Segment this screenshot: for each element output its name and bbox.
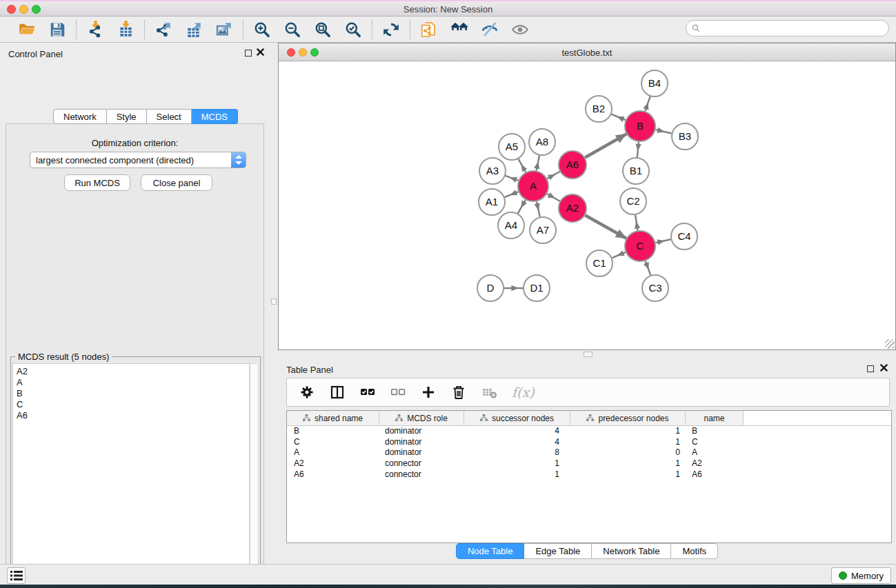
run-mcds-button[interactable]: Run MCDS — [64, 174, 130, 191]
table-toolbar: f(x) — [286, 378, 890, 407]
close-panel-icon[interactable] — [257, 48, 264, 56]
column-header-name[interactable]: name — [686, 411, 744, 425]
table-cell: B — [686, 426, 744, 437]
graph-node-label: A3 — [486, 165, 499, 176]
resize-grip-icon[interactable] — [885, 339, 895, 349]
new-network-from-selection-icon[interactable] — [419, 19, 439, 40]
network-window-title: testGlobe.txt — [279, 48, 895, 58]
network-canvas[interactable]: B4B2BB3A8A5A6A3B1AA1C2A2A4A7C4CC1C3DD1 — [279, 61, 895, 349]
splitter-grip-icon[interactable] — [271, 298, 277, 305]
column-header-label: MCDS role — [407, 414, 448, 423]
checkboxes-checked-icon[interactable] — [360, 385, 375, 400]
import-table-icon[interactable] — [115, 19, 136, 40]
tab-select[interactable]: Select — [147, 109, 192, 124]
float-panel-icon[interactable] — [867, 365, 874, 372]
mcds-result-item[interactable]: B — [17, 388, 249, 399]
column-header-shared-name[interactable]: shared name — [287, 411, 379, 425]
trash-icon[interactable] — [451, 385, 466, 400]
graph-node-label: A5 — [506, 141, 518, 152]
application-window: Session: New Session Control Panel Netwo… — [0, 0, 896, 588]
mcds-result-item[interactable]: A2 — [17, 366, 249, 377]
memory-status-icon — [839, 571, 847, 580]
table-row[interactable]: A2connector11A2 — [287, 458, 891, 469]
dropdown-stepper-icon — [231, 152, 246, 168]
splitter-grip-icon[interactable] — [584, 352, 593, 357]
refresh-icon[interactable] — [381, 19, 401, 40]
home-icon[interactable] — [449, 19, 470, 40]
close-panel-button[interactable]: Close panel — [141, 174, 212, 191]
search-box[interactable] — [686, 20, 889, 37]
graph-node-label: B2 — [593, 103, 605, 114]
graph-node-label: A4 — [505, 219, 517, 231]
close-panel-icon[interactable] — [880, 364, 888, 372]
tab-node-table[interactable]: Node Table — [456, 543, 525, 559]
optimization-criterion-dropdown[interactable]: largest connected component (directed) — [30, 152, 246, 168]
table-row[interactable]: Adominator80A — [287, 447, 891, 458]
graph-node-label: D — [487, 282, 495, 294]
result-scrollbar[interactable] — [250, 363, 259, 588]
table-type-tabs: Node TableEdge TableNetwork TableMotifs — [278, 543, 896, 559]
horizontal-splitter[interactable] — [278, 350, 896, 358]
graph-node-label: B3 — [679, 130, 691, 142]
memory-label: Memory — [851, 571, 884, 581]
desktop-background — [0, 585, 896, 588]
table-row[interactable]: Cdominator41C — [287, 437, 891, 448]
table-row[interactable]: A6connector11A6 — [287, 469, 891, 480]
export-table-icon[interactable] — [183, 19, 204, 40]
table-row[interactable]: Bdominator41B — [287, 426, 891, 437]
edge-arrowhead-icon — [548, 192, 555, 199]
column-header-label: predecessor nodes — [598, 414, 668, 423]
checkboxes-unchecked-icon[interactable] — [390, 385, 406, 400]
column-header-successor-nodes[interactable]: successor nodes — [464, 411, 570, 425]
export-image-icon[interactable] — [214, 19, 235, 40]
zoom-fit-icon[interactable] — [312, 19, 333, 40]
show-eye-icon[interactable] — [510, 19, 530, 40]
tab-mcds[interactable]: MCDS — [192, 109, 238, 124]
vertical-splitter[interactable] — [270, 43, 278, 564]
export-network-icon[interactable] — [153, 19, 174, 40]
table-header-row: shared nameMCDS rolesuccessor nodesprede… — [287, 411, 891, 426]
float-panel-icon[interactable] — [245, 50, 252, 57]
mcds-result-list[interactable]: A2ABCA6 — [12, 363, 250, 588]
fx-icon: f(x) — [512, 385, 535, 400]
mcds-result-item[interactable]: A — [17, 377, 249, 388]
gear-icon[interactable] — [299, 385, 315, 400]
mcds-result-item[interactable]: A6 — [17, 410, 249, 421]
mcds-result-item[interactable]: C — [17, 399, 249, 410]
zoom-selected-icon[interactable] — [343, 19, 364, 40]
graph-node-label: C4 — [677, 230, 690, 242]
tab-motifs[interactable]: Motifs — [671, 543, 718, 559]
table-cell: A2 — [287, 458, 379, 469]
control-panel-titlebar: Control Panel — [0, 43, 270, 63]
table-cell: A6 — [287, 469, 379, 480]
graph-node-label: C — [637, 240, 644, 252]
tab-network-table[interactable]: Network Table — [592, 543, 671, 559]
edge-arrowhead-icon — [521, 201, 527, 208]
graph-node-label: B4 — [648, 77, 661, 89]
save-icon[interactable] — [47, 19, 68, 40]
open-folder-icon[interactable] — [17, 19, 37, 40]
memory-button[interactable]: Memory — [831, 567, 891, 584]
table-cell: 4 — [464, 437, 570, 448]
hide-eye-icon[interactable] — [479, 19, 500, 40]
search-input[interactable] — [701, 21, 888, 35]
network-graph[interactable]: B4B2BB3A8A5A6A3B1AA1C2A2A4A7C4CC1C3DD1 — [279, 61, 895, 349]
column-header-predecessor-nodes[interactable]: predecessor nodes — [570, 411, 686, 425]
tab-edge-table[interactable]: Edge Table — [524, 543, 592, 559]
zoom-in-icon[interactable] — [252, 19, 272, 40]
column-header-label: shared name — [315, 414, 363, 423]
tab-network[interactable]: Network — [53, 109, 107, 124]
import-network-icon[interactable] — [85, 19, 106, 40]
network-view-window: testGlobe.txt B4B2BB3A8A5A6A3B1AA1C2A2A4… — [278, 43, 896, 350]
tab-style[interactable]: Style — [107, 109, 147, 124]
plus-icon[interactable] — [421, 385, 436, 400]
column-header-MCDS-role[interactable]: MCDS role — [379, 411, 464, 425]
zoom-out-icon[interactable] — [282, 19, 303, 40]
task-history-button[interactable] — [7, 567, 26, 584]
status-bar: Memory — [0, 564, 896, 585]
table-cell: dominator — [379, 447, 464, 458]
table-cell: A — [287, 447, 379, 458]
window-title: Session: New Session — [0, 4, 896, 14]
split-panel-icon[interactable] — [330, 385, 345, 400]
graph-node-label: C3 — [648, 282, 661, 294]
